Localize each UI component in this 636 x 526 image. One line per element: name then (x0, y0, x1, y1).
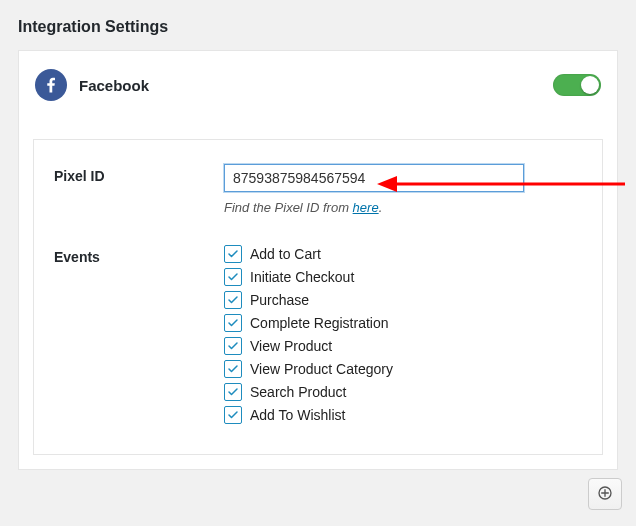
hint-prefix: Find the Pixel ID from (224, 200, 353, 215)
event-label: Initiate Checkout (250, 269, 354, 285)
pixel-id-hint-link[interactable]: here (353, 200, 379, 215)
event-label: View Product (250, 338, 332, 354)
event-item[interactable]: View Product (224, 337, 582, 355)
page-title: Integration Settings (18, 18, 618, 36)
hint-suffix: . (379, 200, 383, 215)
checkbox[interactable] (224, 383, 242, 401)
integration-card: Facebook Pixel ID Find the Pixel ID from… (18, 50, 618, 470)
event-item[interactable]: View Product Category (224, 360, 582, 378)
checkbox[interactable] (224, 337, 242, 355)
event-item[interactable]: Search Product (224, 383, 582, 401)
integration-header: Facebook (33, 65, 603, 107)
facebook-icon (35, 69, 67, 101)
event-label: Add to Cart (250, 246, 321, 262)
add-integration-button[interactable] (588, 478, 622, 510)
pixel-id-hint: Find the Pixel ID from here. (224, 200, 582, 215)
event-item[interactable]: Initiate Checkout (224, 268, 582, 286)
event-item[interactable]: Purchase (224, 291, 582, 309)
event-label: View Product Category (250, 361, 393, 377)
event-item[interactable]: Add to Cart (224, 245, 582, 263)
pixel-id-control: Find the Pixel ID from here. (224, 164, 582, 215)
settings-panel: Pixel ID Find the Pixel ID from here. Ev… (33, 139, 603, 455)
checkbox[interactable] (224, 291, 242, 309)
checkbox[interactable] (224, 360, 242, 378)
enable-toggle[interactable] (553, 74, 601, 96)
event-label: Complete Registration (250, 315, 389, 331)
plus-icon (597, 485, 613, 504)
event-item[interactable]: Add To Wishlist (224, 406, 582, 424)
checkbox[interactable] (224, 245, 242, 263)
event-label: Add To Wishlist (250, 407, 345, 423)
pixel-id-label: Pixel ID (54, 164, 224, 184)
checkbox[interactable] (224, 268, 242, 286)
integration-name: Facebook (79, 77, 149, 94)
checkbox[interactable] (224, 406, 242, 424)
integration-brand: Facebook (35, 69, 149, 101)
event-item[interactable]: Complete Registration (224, 314, 582, 332)
checkbox[interactable] (224, 314, 242, 332)
events-row: Events Add to CartInitiate CheckoutPurch… (54, 245, 582, 424)
event-label: Purchase (250, 292, 309, 308)
event-label: Search Product (250, 384, 347, 400)
pixel-id-row: Pixel ID Find the Pixel ID from here. (54, 164, 582, 215)
events-list: Add to CartInitiate CheckoutPurchaseComp… (224, 245, 582, 424)
toggle-knob (581, 76, 599, 94)
pixel-id-input[interactable] (224, 164, 524, 192)
events-label: Events (54, 245, 224, 265)
